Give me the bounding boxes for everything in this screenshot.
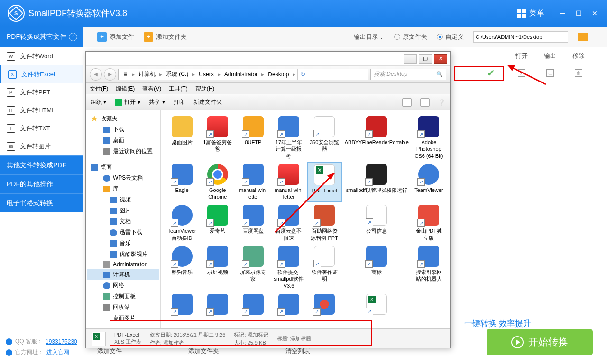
print-button[interactable]: 打印: [174, 98, 185, 106]
file-item[interactable]: PDF-Excel: [307, 162, 342, 202]
menu-tools[interactable]: 工具(T): [169, 85, 187, 93]
view-mode-icon[interactable]: [402, 98, 412, 107]
tree-item[interactable]: 图片: [87, 205, 159, 216]
sidebar-section-pdf-ops[interactable]: PDF的其他操作: [0, 174, 83, 193]
file-item[interactable]: 软件提交-smallpdf软件 V3.6: [271, 244, 306, 291]
file-item[interactable]: TeamViewer: [412, 162, 446, 202]
sidebar-item[interactable]: P文件转PPT: [0, 83, 83, 101]
tree-item[interactable]: Administrator: [87, 260, 159, 269]
sidebar-item[interactable]: ▧文件转图片: [0, 137, 83, 155]
file-item[interactable]: TeamViewer自动换ID: [165, 203, 199, 243]
open-icon[interactable]: ↗: [518, 69, 525, 77]
dialog-minimize-button[interactable]: ─: [404, 54, 417, 64]
file-item[interactable]: Adobe Photoshop CS6 (64 Bit): [412, 114, 446, 161]
help-icon[interactable]: ❔: [438, 99, 445, 106]
tree-item[interactable]: 库: [87, 183, 159, 194]
file-item[interactable]: smallpdf以管理员权限运行: [343, 162, 411, 202]
file-item[interactable]: 屏幕录像专家: [236, 244, 270, 291]
website-link[interactable]: 进入官网: [46, 348, 69, 356]
tree-item[interactable]: 音乐: [87, 238, 159, 249]
minimize-button[interactable]: ─: [558, 9, 567, 18]
refresh-icon[interactable]: ↻: [297, 69, 308, 80]
menu-file[interactable]: 文件(F): [90, 85, 108, 93]
sidebar-header[interactable]: PDF转换成其它文件 ⌃: [0, 27, 83, 47]
sidebar-section-other-to-pdf[interactable]: 其他文件转换成PDF: [0, 155, 83, 174]
file-item[interactable]: manual-win-letter: [271, 162, 306, 202]
sidebar-item[interactable]: W文件转Word: [0, 47, 83, 65]
tree-item[interactable]: 桌面: [87, 162, 159, 173]
file-item[interactable]: [236, 292, 270, 318]
radio-original-folder[interactable]: 原文件夹: [394, 33, 427, 41]
radio-custom[interactable]: 自定义: [437, 33, 464, 41]
share-button[interactable]: 共享 ▾: [149, 98, 165, 106]
file-item[interactable]: [200, 292, 235, 318]
dialog-close-button[interactable]: ✕: [434, 54, 447, 64]
menu-edit[interactable]: 编辑(E): [116, 85, 135, 93]
file-item[interactable]: 360安全浏览器: [307, 114, 342, 161]
remove-icon[interactable]: 🗑: [575, 69, 582, 77]
file-item[interactable]: 公司信息: [343, 203, 411, 243]
new-folder-button[interactable]: 新建文件夹: [193, 98, 222, 106]
file-item[interactable]: 录屏视频: [200, 244, 235, 291]
file-item[interactable]: 软件著作证明: [307, 244, 342, 291]
tree-item[interactable]: 桌面: [87, 135, 159, 146]
file-item[interactable]: [271, 292, 306, 318]
tree-item[interactable]: 控制面板: [87, 291, 159, 302]
tree-item[interactable]: 最近访问的位置: [87, 146, 159, 157]
tree-item[interactable]: 优酷影视库: [87, 249, 159, 260]
tree-item[interactable]: 下载: [87, 124, 159, 135]
sidebar-item[interactable]: T文件转TXT: [0, 119, 83, 137]
dialog-maximize-button[interactable]: ▢: [419, 54, 432, 64]
file-item[interactable]: Google Chrome: [200, 162, 235, 202]
file-item[interactable]: 17年上半年计算一级报考: [271, 114, 306, 161]
tree-item[interactable]: 视频: [87, 194, 159, 205]
tree-item[interactable]: 收藏夹: [87, 113, 159, 124]
file-item[interactable]: [307, 292, 342, 318]
file-item[interactable]: 百度云盘不限速: [271, 203, 306, 243]
sidebar-item[interactable]: H文件转HTML: [0, 101, 83, 119]
wps-open-button[interactable]: 打开 ▾: [115, 98, 140, 106]
output-icon[interactable]: ▭: [546, 69, 554, 77]
tree-item[interactable]: 计算机: [87, 269, 159, 280]
menu-help[interactable]: 帮助(H): [195, 85, 215, 93]
menu-view[interactable]: 查看(V): [142, 85, 161, 93]
file-item[interactable]: 1富爸爸穷爸爸: [200, 114, 235, 161]
search-input[interactable]: 搜索 Desktop: [370, 69, 446, 80]
preview-pane-icon[interactable]: [420, 98, 430, 107]
menu-button[interactable]: 菜单: [512, 6, 549, 21]
tree-item[interactable]: 网络: [87, 280, 159, 291]
file-item[interactable]: [343, 292, 411, 318]
file-item[interactable]: manual-win-letter: [236, 162, 270, 202]
nav-forward-button[interactable]: ►: [104, 68, 116, 81]
qq-link[interactable]: 1933175230: [46, 338, 77, 345]
file-item[interactable]: 8UFTP: [236, 114, 270, 161]
sidebar-section-ebook[interactable]: 电子书格式转换: [0, 193, 83, 212]
file-item[interactable]: Eagle: [165, 162, 199, 202]
sidebar-item[interactable]: X文件转Excel: [0, 65, 83, 83]
output-path-input[interactable]: [473, 31, 568, 43]
nav-back-button[interactable]: ◄: [90, 68, 102, 81]
file-item[interactable]: 爱奇艺: [200, 203, 235, 243]
add-file-button[interactable]: +添加文件: [97, 32, 134, 42]
folder-browse-icon[interactable]: [578, 33, 588, 41]
file-item[interactable]: 百度网盘: [236, 203, 270, 243]
start-convert-button[interactable]: 开始转换: [487, 329, 593, 355]
file-item[interactable]: 百助网络资源刊例 PPT: [307, 203, 342, 243]
add-folder-button[interactable]: +添加文件夹: [144, 32, 187, 42]
maximize-button[interactable]: ☐: [574, 9, 583, 18]
organize-button[interactable]: 组织 ▾: [91, 98, 106, 106]
breadcrumb[interactable]: 🖥 ▸ 计算机▸ 系统 (C:)▸ Users▸ Administrator▸ …: [118, 69, 368, 80]
file-item[interactable]: 金山PDF独立版: [412, 203, 446, 243]
file-item[interactable]: [165, 292, 199, 318]
file-item[interactable]: 商标: [343, 244, 411, 291]
xun-icon: [110, 229, 117, 236]
tree-item[interactable]: WPS云文档: [87, 173, 159, 183]
tree-item[interactable]: 文档: [87, 216, 159, 227]
file-item[interactable]: ABBYYFineReaderPortable: [343, 114, 411, 161]
close-button[interactable]: ✕: [590, 9, 599, 18]
file-item[interactable]: 桌面图片: [165, 114, 199, 161]
tree-item[interactable]: 回收站: [87, 302, 159, 313]
file-item[interactable]: 酷狗音乐: [165, 244, 199, 291]
file-item[interactable]: 搜索引擎网站的机器人: [412, 244, 446, 291]
tree-item[interactable]: 迅雷下载: [87, 227, 159, 238]
